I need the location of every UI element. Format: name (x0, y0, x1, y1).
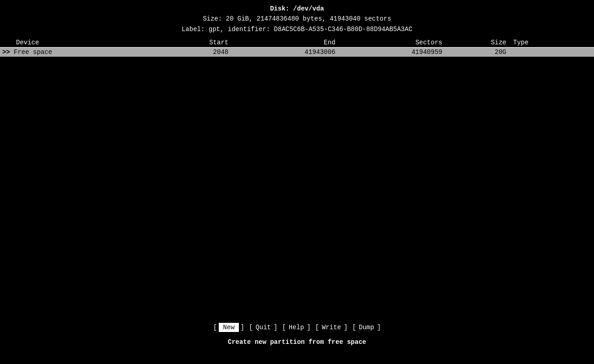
table-header-row: Device Start End Sectors Size Type (0, 38, 594, 48)
header-device: Device (0, 39, 149, 46)
bracket-write-open: [ (315, 324, 319, 331)
menu-buttons: [ New ] [ Quit ] [ Help ] [ Write ] [ Du… (0, 323, 594, 332)
new-button[interactable]: New (219, 323, 238, 332)
bracket-dump-close: ] (377, 324, 381, 331)
bracket-new-close: ] (241, 324, 244, 331)
row-type (511, 48, 594, 56)
table-row[interactable]: >> Free space 2048 41943006 41940959 20G (0, 48, 594, 57)
disk-label-line: Label: gpt, identifier: D8AC5C6B-A535-C3… (0, 24, 594, 34)
status-message: Create new partition from free space (0, 338, 594, 346)
row-selected-indicator: >> (0, 48, 14, 56)
dump-button[interactable]: Dump (358, 323, 375, 332)
bracket-write-close: ] (344, 324, 347, 331)
header-sectors: Sectors (345, 39, 452, 46)
bracket-dump-open: [ (352, 324, 356, 331)
write-button[interactable]: Write (321, 323, 342, 332)
bottom-bar: [ New ] [ Quit ] [ Help ] [ Write ] [ Du… (0, 323, 594, 346)
row-end: 41943006 (238, 48, 345, 56)
row-sectors: 41940959 (345, 48, 452, 56)
bracket-help-close: ] (307, 324, 310, 331)
bracket-help-open: [ (282, 324, 286, 331)
row-size: 20G (451, 48, 511, 56)
bracket-quit-close: ] (274, 324, 277, 331)
row-start: 2048 (149, 48, 238, 56)
row-device: Free space (14, 48, 149, 56)
partition-table: Device Start End Sectors Size Type >> Fr… (0, 38, 594, 57)
main-screen: Disk: /dev/vda Size: 20 GiB, 21474836480… (0, 0, 594, 364)
bracket-quit-open: [ (249, 324, 253, 331)
quit-button[interactable]: Quit (254, 323, 272, 332)
help-button[interactable]: Help (288, 323, 305, 332)
disk-title: Disk: /dev/vda (0, 4, 594, 14)
header-size: Size (451, 39, 511, 46)
header-end: End (238, 39, 345, 46)
bracket-new-open: [ (213, 324, 217, 331)
header-start: Start (149, 39, 238, 46)
header-type: Type (511, 39, 594, 46)
disk-header: Disk: /dev/vda Size: 20 GiB, 21474836480… (0, 0, 594, 34)
disk-size-line: Size: 20 GiB, 21474836480 bytes, 4194304… (0, 14, 594, 24)
